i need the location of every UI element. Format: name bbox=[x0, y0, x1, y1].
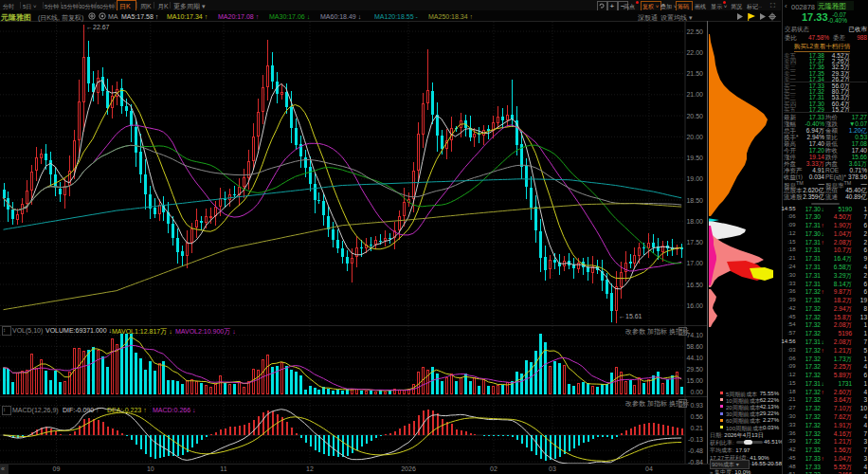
svg-text:←22.67: ←22.67 bbox=[86, 24, 110, 30]
svg-text:←15.61: ←15.61 bbox=[619, 313, 642, 319]
